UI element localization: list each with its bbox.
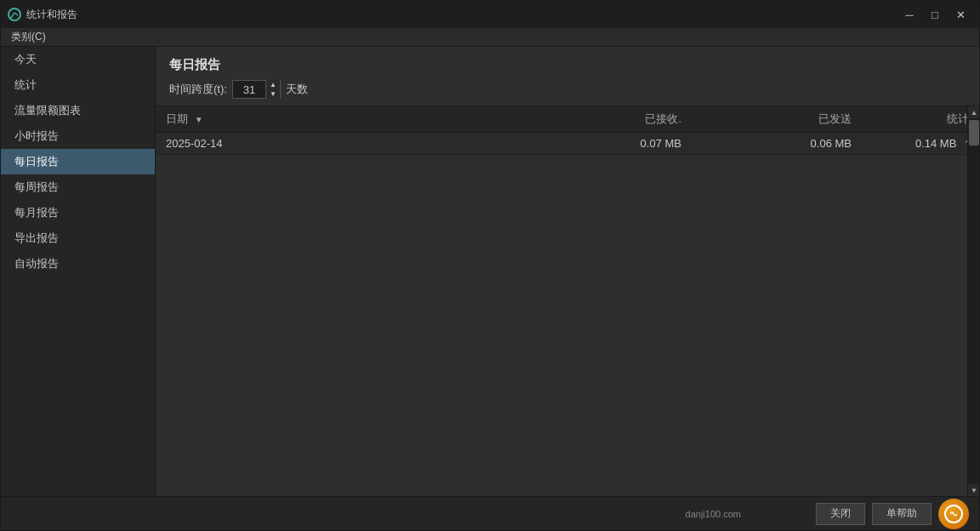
help-button[interactable]: 单帮助 [872,503,932,525]
panel-title: 每日报告 [169,57,966,73]
title-bar-left: 统计和报告 [8,8,77,22]
sidebar-item-hourly[interactable]: 小时报告 [1,123,155,149]
sidebar-item-traffic-chart[interactable]: 流量限额图表 [1,98,155,123]
panel-header: 每日报告 时间跨度(t): ▲ ▼ 天数 [156,47,979,106]
close-button[interactable]: ✕ [949,5,972,24]
sidebar-item-daily[interactable]: 每日报告 [1,149,155,174]
spinner-up[interactable]: ▲ [266,80,280,89]
time-range-label: 时间跨度(t): [169,82,227,97]
main-panel: 每日报告 时间跨度(t): ▲ ▼ 天数 [156,47,979,496]
time-range-spinner[interactable]: ▲ ▼ [232,80,281,99]
days-label: 天数 [286,82,308,97]
sidebar-item-weekly[interactable]: 每周报告 [1,174,155,200]
spinner-down[interactable]: ▼ [266,89,280,99]
table-container: 日期 ▼ 已接收. 已发送 统计 [156,106,979,496]
sidebar-item-monthly[interactable]: 每月报告 [1,200,155,226]
sidebar-item-export[interactable]: 导出报告 [1,226,155,251]
col-header-received[interactable]: 已接收. [521,106,692,133]
scroll-arrow-up[interactable]: ▲ [968,106,979,118]
window-title: 统计和报告 [26,8,77,22]
menu-category[interactable]: 类别(C) [4,28,53,46]
sidebar-item-today[interactable]: 今天 [1,47,155,72]
title-controls: ─ □ ✕ [897,5,972,24]
bottom-bar: danji100.com 关闭 单帮助 [1,496,979,530]
sort-arrow-date: ▼ [195,115,203,124]
table-header-row: 日期 ▼ 已接收. 已发送 统计 [156,106,979,133]
spinner-buttons: ▲ ▼ [265,80,280,99]
minimize-button[interactable]: ─ [897,5,921,24]
main-window: 统计和报告 ─ □ ✕ 类别(C) 今天 统计 流量限额图表 小时报告 每日报告… [0,0,980,531]
vertical-scrollbar[interactable]: ▲ ▼ [967,106,979,496]
cell-date: 2025-02-14 [156,133,521,155]
cell-sent: 0.06 MB [692,133,862,155]
watermark-text: danji100.com [686,509,741,519]
col-header-sent[interactable]: 已发送 [692,106,862,133]
table-row[interactable]: 2025-02-14 0.07 MB 0.06 MB 0.14 MB ˄ [156,133,979,155]
content-area: 今天 统计 流量限额图表 小时报告 每日报告 每周报告 每月报告 导出报告 自动… [1,47,979,496]
svg-line-1 [11,13,14,18]
close-button-bottom[interactable]: 关闭 [816,503,865,525]
scroll-arrow-down[interactable]: ▼ [968,484,979,496]
col-header-date[interactable]: 日期 ▼ [156,106,521,133]
app-icon [8,8,21,21]
menu-bar: 类别(C) [1,28,979,47]
scrollbar-thumb[interactable] [969,120,979,146]
sidebar-item-statistics[interactable]: 统计 [1,72,155,98]
time-range-input[interactable] [233,83,265,96]
data-table: 日期 ▼ 已接收. 已发送 统计 [156,106,979,155]
cell-total: 0.14 MB ˄ [862,133,979,155]
svg-line-2 [14,13,18,15]
col-header-total[interactable]: 统计 [862,106,979,133]
sidebar-item-auto[interactable]: 自动报告 [1,251,155,277]
logo-icon [938,499,969,529]
time-range-row: 时间跨度(t): ▲ ▼ 天数 [169,80,966,99]
maximize-button[interactable]: □ [923,5,947,24]
sidebar: 今天 统计 流量限额图表 小时报告 每日报告 每周报告 每月报告 导出报告 自动… [1,47,156,496]
svg-point-0 [9,9,20,20]
title-bar: 统计和报告 ─ □ ✕ [1,1,979,28]
cell-received: 0.07 MB [521,133,692,155]
